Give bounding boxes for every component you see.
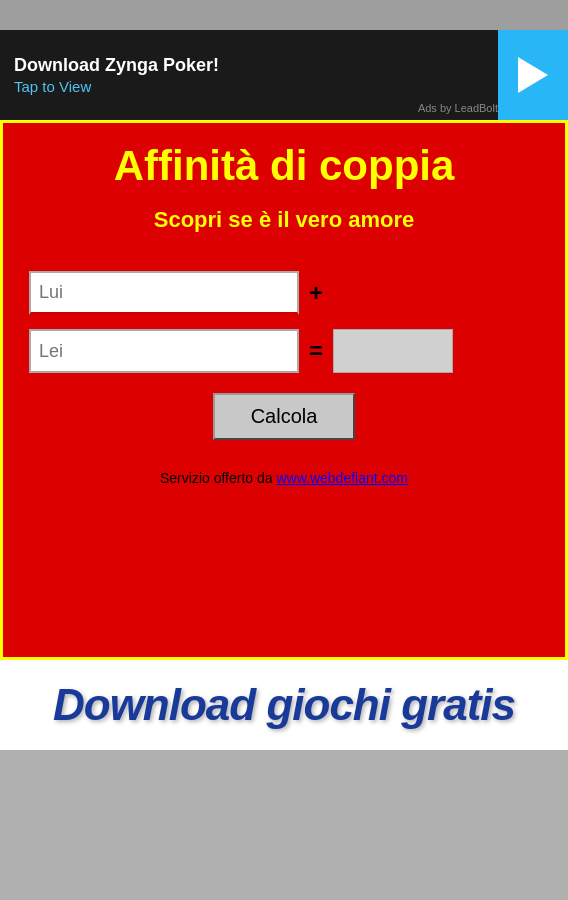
result-box xyxy=(333,329,453,373)
input-row-lei: = xyxy=(29,329,539,373)
service-text: Servizio offerto da www.webdefiant.com xyxy=(29,470,539,486)
bottom-title: Download giochi gratis xyxy=(53,680,515,730)
ad-text-block: Download Zynga Poker! Tap to View xyxy=(14,55,219,95)
ads-by-leadbolt: Ads by LeadBolt xyxy=(418,102,498,114)
main-content-area: Affinità di coppia Scopri se è il vero a… xyxy=(0,120,568,660)
plus-operator: + xyxy=(309,279,323,307)
top-status-bar xyxy=(0,0,568,30)
lei-input[interactable] xyxy=(29,329,299,373)
service-link[interactable]: www.webdefiant.com xyxy=(276,470,408,486)
service-prefix: Servizio offerto da xyxy=(160,470,276,486)
calcola-btn-row: Calcola xyxy=(29,393,539,440)
play-icon xyxy=(518,57,548,93)
equals-operator: = xyxy=(309,337,323,365)
calcola-button[interactable]: Calcola xyxy=(213,393,356,440)
app-subtitle: Scopri se è il vero amore xyxy=(19,207,549,233)
ad-title: Download Zynga Poker! xyxy=(14,55,219,76)
lui-input[interactable] xyxy=(29,271,299,315)
ad-play-button[interactable] xyxy=(498,30,568,120)
app-title: Affinità di coppia xyxy=(19,143,549,189)
bottom-banner[interactable]: Download giochi gratis xyxy=(0,660,568,750)
form-container: + = Calcola Servizio offerto da www.webd… xyxy=(19,261,549,496)
ad-tap-label: Tap to View xyxy=(14,78,219,95)
input-row-lui: + xyxy=(29,271,539,315)
ad-banner[interactable]: Download Zynga Poker! Tap to View Ads by… xyxy=(0,30,568,120)
